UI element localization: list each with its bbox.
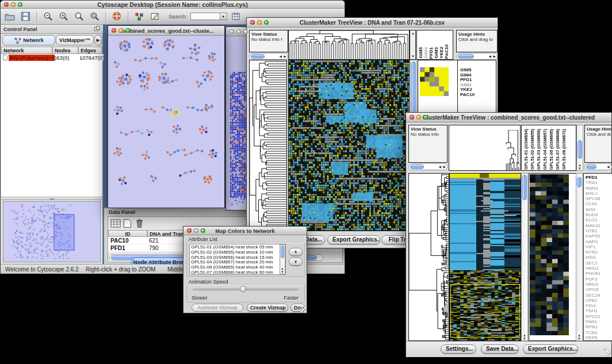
zoom-in-icon[interactable]: [57, 10, 70, 23]
gene-label[interactable]: MSL1: [586, 191, 612, 196]
new-attribute-icon[interactable]: [123, 219, 132, 231]
array-column-label[interactable]: GPL51-07 (GSM868): [554, 129, 561, 170]
import-table-icon[interactable]: [230, 10, 243, 23]
gene-label[interactable]: RPO21: [586, 314, 612, 319]
treeview1-column-dendrogram-pane[interactable]: [288, 30, 410, 60]
minimize-icon[interactable]: [11, 2, 16, 7]
attribute-table-icon[interactable]: [110, 219, 121, 231]
close-icon[interactable]: [410, 115, 414, 120]
move-attribute-up-button[interactable]: ∧: [289, 248, 303, 256]
zoom-window-icon[interactable]: [201, 228, 205, 233]
treeview2-heatmap[interactable]: [450, 174, 521, 340]
gene-label[interactable]: MAK31: [586, 223, 612, 228]
zoom-window-icon[interactable]: [264, 20, 269, 25]
data-column-id[interactable]: ID: [108, 230, 147, 237]
slider-thumb[interactable]: [240, 286, 246, 292]
array-column-label[interactable]: PAC10: [444, 44, 449, 59]
move-attribute-down-button[interactable]: ∨: [289, 258, 303, 266]
zoom-out-icon[interactable]: [41, 10, 54, 23]
treeview2-settings-button[interactable]: Settings...: [441, 344, 476, 354]
treeview1-row-dendrogram-pane[interactable]: [249, 60, 287, 231]
array-column-label[interactable]: GPL51-02 (GSM855): [529, 129, 536, 170]
gene-label[interactable]: NIS1: [586, 207, 612, 212]
zoom-window-icon[interactable]: [125, 28, 130, 33]
network-overview-panel[interactable]: [3, 201, 101, 262]
column-header-nodes[interactable]: Nodes: [52, 47, 78, 54]
gene-label[interactable]: BUD4: [586, 212, 612, 217]
array-column-label[interactable]: GIM3: [434, 47, 439, 59]
treeview2-row-dendrogram[interactable]: [409, 174, 449, 340]
gene-label[interactable]: CLN1: [586, 201, 612, 206]
gene-label[interactable]: ELG1: [586, 217, 612, 223]
treeview2-vscrollbar[interactable]: ▲▼: [521, 173, 528, 341]
gene-label[interactable]: GTB1: [586, 228, 612, 233]
array-column-label[interactable]: PFD1: [429, 47, 434, 59]
gene-label[interactable]: NTR2: [586, 250, 612, 255]
treeview2-title-bar[interactable]: ClusterMaker TreeView : combined_scores_…: [406, 113, 611, 122]
treeview2-genes-vscrollbar[interactable]: ▲▼: [576, 173, 583, 341]
treeview1-label-scroll-strip[interactable]: ▲▼: [410, 30, 416, 60]
gene-label[interactable]: PFD1: [586, 175, 612, 180]
close-icon[interactable]: [230, 29, 234, 34]
create-vizmap-button[interactable]: Create Vizmap: [247, 304, 288, 312]
open-folder-icon[interactable]: [3, 10, 16, 23]
column-header-edges[interactable]: Edges: [78, 47, 102, 54]
array-column-label[interactable]: GPL51-06 (GSM865): [548, 129, 554, 170]
close-icon[interactable]: [112, 28, 116, 33]
attribute-list-vscrollbar[interactable]: ▲▼: [280, 244, 285, 274]
close-icon[interactable]: [187, 228, 192, 233]
network-overview-canvas[interactable]: [3, 202, 100, 262]
gene-label[interactable]: RNR4: [586, 186, 612, 191]
array-column-label[interactable]: GIM5: [418, 47, 423, 59]
gene-label[interactable]: HRD3: [586, 282, 612, 287]
gene-label[interactable]: HAP3: [586, 239, 612, 244]
minimize-icon[interactable]: [257, 20, 262, 25]
treeview2-zoom-heatmap[interactable]: [530, 174, 569, 335]
treeview2-column-dendrogram[interactable]: [506, 130, 519, 170]
gene-label[interactable]: VIP1: [586, 244, 612, 250]
treeview2-row-dendrogram-pane[interactable]: [408, 173, 449, 341]
treeview2-hints-scrollbar[interactable]: ▶: [584, 163, 612, 170]
gene-label[interactable]: YSH1: [586, 308, 612, 313]
close-icon[interactable]: [4, 2, 9, 7]
column-header-network[interactable]: Network: [1, 47, 52, 54]
resize-grip[interactable]: [300, 306, 306, 312]
treeview1-export-graphics-button[interactable]: Export Graphics...: [327, 235, 380, 244]
resize-grip[interactable]: [603, 348, 611, 356]
gene-label[interactable]: SEC1: [586, 260, 612, 266]
treeview1-column-dendrogram[interactable]: [289, 30, 409, 59]
annotation-icon[interactable]: [148, 10, 161, 23]
network1-canvas[interactable]: [109, 36, 224, 208]
gene-label[interactable]: FIG4: [586, 303, 612, 308]
zoom-window-icon[interactable]: [423, 115, 428, 120]
tab-network[interactable]: Network: [2, 35, 55, 45]
array-column-label[interactable]: GIM4: [423, 47, 429, 59]
treeview2-status-scrollbar[interactable]: ◀▶: [408, 163, 447, 170]
float-panel-icon[interactable]: [94, 26, 100, 32]
treeview1-status-scrollbar[interactable]: ◀▶: [249, 53, 288, 60]
gene-label[interactable]: PAN1: [586, 319, 612, 324]
gene-label[interactable]: PHO81: [586, 271, 612, 276]
treeview1-title-bar[interactable]: ClusterMaker TreeView : DNA and Tran 07-…: [247, 18, 498, 28]
treeview2-zoom-heatmap-pane[interactable]: [530, 174, 569, 335]
save-icon[interactable]: [19, 10, 32, 23]
treeview2-save-data-button[interactable]: Save Data...: [481, 344, 519, 354]
zoom-window-icon[interactable]: [18, 2, 22, 7]
treeview1-hints-scrollbar[interactable]: ◀▶: [456, 53, 498, 60]
gene-label[interactable]: YRA1: [586, 180, 612, 185]
array-column-label[interactable]: GPL51-03 (GSM856): [536, 129, 542, 170]
array-column-label[interactable]: GPL51-08 (GSM872): [561, 129, 567, 170]
treeview2-labels-vscrollbar[interactable]: ▲▼: [576, 125, 583, 171]
tab-overflow-button[interactable]: ▶: [94, 35, 102, 45]
attribute-item[interactable]: GPL51-07 (GSM868) heat shock 60 min: [191, 270, 284, 275]
zoom-fit-icon[interactable]: [88, 10, 101, 23]
treeview1-correlation-heatmap[interactable]: [420, 67, 449, 96]
network-icon[interactable]: [133, 10, 146, 23]
gene-label[interactable]: KAP95: [586, 233, 612, 239]
tab-vizmapper[interactable]: VizMapper™: [56, 35, 94, 45]
treeview1-heatmap-pane[interactable]: [288, 60, 410, 231]
network1-title-bar[interactable]: combined_scores_good.txt--cluste...: [108, 26, 224, 36]
treeview1-heatmap[interactable]: [289, 60, 409, 231]
search-dropdown-icon[interactable]: ▼: [220, 13, 227, 20]
main-title-bar[interactable]: Cytoscape Desktop (Session Name: collins…: [1, 1, 345, 9]
